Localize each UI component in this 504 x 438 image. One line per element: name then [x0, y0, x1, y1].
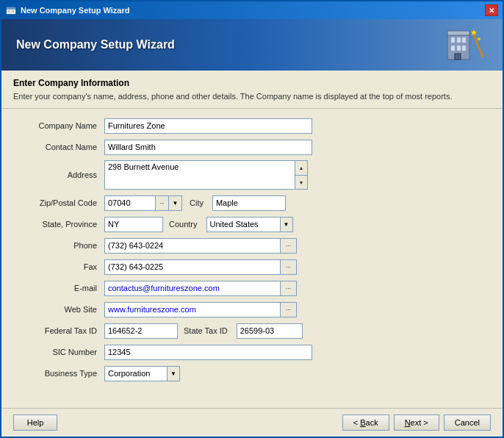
back-button[interactable]: < Back — [342, 414, 389, 431]
info-section: Enter Company Information Enter your com… — [1, 71, 503, 109]
svg-rect-10 — [457, 46, 461, 51]
address-wrapper: 298 Burnett Avenue ▲ ▼ — [104, 160, 308, 190]
business-type-input[interactable] — [104, 366, 167, 381]
email-ellipsis-btn[interactable]: ··· — [281, 281, 297, 296]
svg-rect-3 — [12, 10, 14, 12]
footer-right: < Back Next > Cancel — [342, 414, 491, 431]
country-wrapper: ▼ — [206, 217, 293, 232]
zip-input-wrapper: ··· ▼ — [104, 195, 182, 211]
business-type-wrapper: ▼ — [104, 366, 180, 381]
address-scroll-up[interactable]: ▲ — [295, 161, 307, 176]
website-row: Web Site ··· — [16, 301, 488, 317]
close-button[interactable]: ✕ — [485, 4, 498, 16]
svg-marker-15 — [477, 37, 480, 40]
info-description: Enter your company's name, address, phon… — [13, 91, 491, 102]
svg-rect-7 — [457, 37, 461, 43]
zip-ellipsis-btn[interactable]: ··· — [156, 195, 169, 211]
svg-rect-8 — [462, 37, 466, 43]
info-title: Enter Company Information — [13, 78, 491, 88]
address-scroll-down[interactable]: ▼ — [295, 176, 307, 190]
address-label: Address — [16, 170, 104, 179]
zip-label: Zip/Postal Code — [16, 198, 104, 207]
company-name-input[interactable] — [104, 118, 312, 134]
wizard-svg-icon — [446, 26, 486, 63]
back-underline: < Back — [353, 418, 378, 427]
phone-input-wrapper: ··· — [104, 238, 297, 254]
header-title: New Company Setup Wizard — [16, 38, 175, 51]
svg-rect-11 — [462, 46, 466, 51]
email-input[interactable] — [104, 281, 281, 296]
window-icon — [6, 5, 16, 15]
zip-input[interactable] — [104, 195, 156, 211]
contact-name-label: Contact Name — [16, 143, 104, 151]
federal-tax-input[interactable] — [104, 323, 178, 339]
fax-ellipsis-btn[interactable]: ··· — [281, 259, 297, 275]
website-label: Web Site — [16, 305, 104, 314]
contact-name-row: Contact Name — [16, 139, 488, 155]
wizard-icon — [444, 26, 488, 63]
state-tax-label: State Tax ID — [184, 326, 228, 335]
zip-dropdown-btn[interactable]: ▼ — [169, 195, 182, 211]
svg-rect-5 — [447, 31, 469, 35]
footer: Help < Back Next > Cancel — [1, 408, 503, 437]
company-name-row: Company Name — [16, 118, 488, 134]
email-label: E-mail — [16, 284, 104, 292]
svg-rect-9 — [451, 46, 455, 51]
zip-btns: ··· ▼ — [156, 195, 182, 211]
state-label: State, Province — [16, 220, 104, 229]
state-row-inner: Country ▼ — [104, 217, 293, 232]
form-area: Company Name Contact Name Address 298 Bu… — [1, 109, 503, 408]
business-type-row: Business Type ▼ — [16, 365, 488, 381]
cancel-button[interactable]: Cancel — [444, 414, 491, 431]
website-ellipsis-btn[interactable]: ··· — [281, 302, 297, 317]
address-scroll-btns: ▲ ▼ — [295, 160, 308, 190]
website-input[interactable] — [104, 302, 281, 317]
city-input[interactable] — [212, 195, 286, 211]
country-input[interactable] — [206, 217, 280, 232]
company-name-label: Company Name — [16, 121, 104, 130]
help-button[interactable]: Help — [13, 414, 57, 431]
sic-input[interactable] — [104, 345, 312, 360]
next-underline: Next > — [405, 418, 428, 427]
svg-rect-2 — [8, 10, 10, 12]
website-input-wrapper: ··· — [104, 302, 297, 317]
svg-line-13 — [472, 31, 483, 57]
state-tax-input[interactable] — [237, 323, 303, 339]
tax-row: Federal Tax ID State Tax ID — [16, 323, 488, 339]
main-window: New Company Setup Wizard ✕ New Company S… — [0, 0, 504, 438]
address-input[interactable]: 298 Burnett Avenue — [104, 160, 295, 190]
next-button[interactable]: Next > — [394, 414, 439, 431]
email-input-wrapper: ··· — [104, 281, 297, 296]
country-label: Country — [169, 220, 198, 229]
city-label: City — [190, 198, 204, 207]
sic-label: SIC Number — [16, 348, 104, 356]
phone-input[interactable] — [104, 238, 281, 254]
footer-left: Help — [13, 414, 57, 431]
sic-row: SIC Number — [16, 344, 488, 360]
country-dropdown-btn[interactable]: ▼ — [280, 217, 293, 232]
fax-row: Fax ··· — [16, 259, 488, 275]
title-bar-text: New Company Setup Wizard — [21, 6, 129, 15]
federal-tax-label: Federal Tax ID — [16, 326, 104, 335]
svg-rect-6 — [451, 37, 455, 43]
title-bar-left: New Company Setup Wizard — [6, 5, 129, 15]
contact-name-input[interactable] — [104, 140, 312, 155]
fax-label: Fax — [16, 262, 104, 271]
tax-row-inner: State Tax ID — [104, 323, 303, 339]
info-text: Enter Company Information Enter your com… — [13, 78, 491, 102]
content-area: Enter Company Information Enter your com… — [1, 71, 503, 408]
address-row: Address 298 Burnett Avenue ▲ ▼ — [16, 160, 488, 190]
state-country-row: State, Province Country ▼ — [16, 216, 488, 232]
phone-label: Phone — [16, 241, 104, 250]
business-type-dropdown-btn[interactable]: ▼ — [167, 366, 180, 381]
phone-row: Phone ··· — [16, 237, 488, 254]
fax-input[interactable] — [104, 259, 281, 275]
svg-rect-1 — [7, 7, 15, 10]
zip-city-row: Zip/Postal Code ··· ▼ City — [16, 195, 488, 211]
business-type-label: Business Type — [16, 369, 104, 378]
phone-ellipsis-btn[interactable]: ··· — [281, 238, 297, 254]
title-bar: New Company Setup Wizard ✕ — [1, 1, 503, 19]
email-row: E-mail ··· — [16, 280, 488, 296]
fax-input-wrapper: ··· — [104, 259, 297, 275]
state-input[interactable] — [104, 217, 163, 232]
